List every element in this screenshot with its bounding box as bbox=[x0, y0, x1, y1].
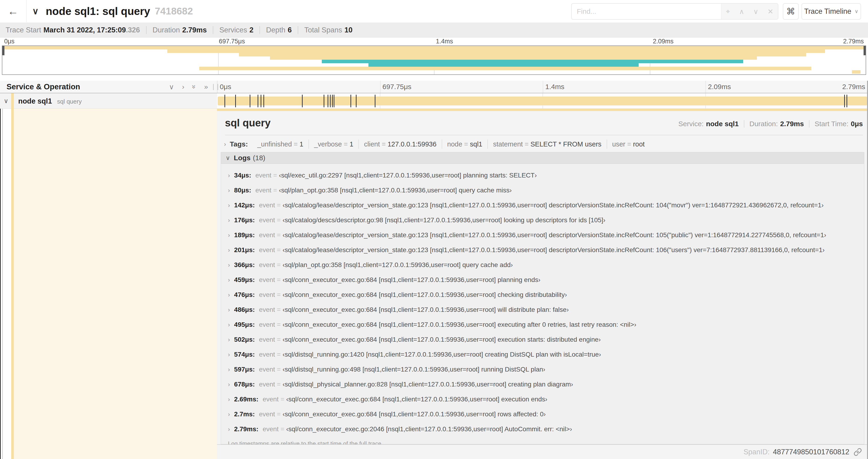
title-collapse-chevron-icon[interactable]: ∨ bbox=[32, 0, 39, 22]
minimap-tick-label: 2.09ms bbox=[653, 38, 674, 45]
start-time-value: 0μs bbox=[851, 120, 863, 128]
minimap-right-drag-handle[interactable] bbox=[864, 46, 866, 55]
indent-guide bbox=[2, 109, 3, 459]
log-marker bbox=[330, 95, 331, 107]
duration-label: Duration: bbox=[749, 120, 778, 128]
expand-all-icon[interactable]: » bbox=[204, 83, 208, 91]
log-row[interactable]: ›189μs:event=‹sql/catalog/lease/descript… bbox=[221, 228, 864, 242]
log-marker bbox=[302, 95, 303, 107]
log-equals: = bbox=[275, 306, 283, 314]
log-equals: = bbox=[275, 276, 283, 284]
log-row[interactable]: ›476μs:event=‹sql/conn_executor_exec.go:… bbox=[221, 287, 864, 302]
chevron-right-icon: › bbox=[228, 306, 230, 313]
log-field-key: event bbox=[259, 306, 275, 314]
log-field-key: event bbox=[259, 336, 275, 343]
log-row[interactable]: ›459μs:event=‹sql/conn_executor_exec.go:… bbox=[221, 272, 864, 287]
minimap-canvas[interactable] bbox=[2, 45, 866, 75]
log-row[interactable]: ›2.7ms:event=‹sql/conn_executor_exec.go:… bbox=[221, 407, 864, 422]
chevron-right-icon: › bbox=[228, 292, 230, 298]
timeline-header-row: Service & Operation ∨ › » » 0μs697.75μs1… bbox=[0, 81, 868, 93]
keyboard-shortcuts-button[interactable]: ⌘ bbox=[783, 3, 799, 20]
log-marker bbox=[260, 95, 261, 107]
timeline-tick-label: 0μs bbox=[220, 83, 231, 91]
log-row[interactable]: ›176μs:event=‹sql/catalog/descs/descript… bbox=[221, 213, 864, 228]
tag-value: root bbox=[633, 140, 645, 148]
page-title: node sql1: sql query 7418682 bbox=[46, 0, 193, 22]
log-row[interactable]: ›2.69ms:event=‹sql/conn_executor_exec.go… bbox=[221, 392, 864, 407]
tag-item[interactable]: _unfinished=1 bbox=[252, 139, 308, 149]
log-equals: = bbox=[275, 246, 283, 254]
log-timestamp: 2.7ms: bbox=[234, 411, 255, 418]
log-timestamp: 34μs: bbox=[234, 172, 251, 179]
span-id-footer: SpanID: 4877749850101760812 bbox=[217, 444, 868, 459]
log-field-value: ‹sql/catalog/descs/descriptor.go:98 [nsq… bbox=[283, 217, 606, 224]
span-row-timeline-cell[interactable] bbox=[217, 93, 868, 109]
log-marker bbox=[356, 95, 356, 107]
stat-value: 6 bbox=[288, 26, 292, 34]
trace-stat: Trace StartMarch 31 2022, 17:25:09.326 bbox=[6, 26, 140, 34]
log-row[interactable]: ›597μs:event=‹sql/distsql_running.go:498… bbox=[221, 362, 864, 377]
back-button[interactable]: ← bbox=[0, 0, 27, 22]
log-row[interactable]: ›574μs:event=‹sql/distsql_running.go:142… bbox=[221, 347, 864, 362]
minimap-span bbox=[199, 67, 811, 70]
log-row[interactable]: ›678μs:event=‹sql/distsql_physical_plann… bbox=[221, 377, 864, 392]
span-duration-bar[interactable] bbox=[218, 97, 867, 105]
chevron-right-icon: › bbox=[228, 396, 230, 403]
focus-match-icon[interactable]: ⌖ bbox=[726, 7, 730, 15]
find-input[interactable] bbox=[572, 4, 721, 19]
log-field-value: ‹sql/conn_executor_exec.go:684 [nsql1,cl… bbox=[283, 336, 601, 343]
vertical-scrollbar[interactable] bbox=[867, 81, 868, 459]
log-field-value: ‹sql/distsql_physical_planner.go:828 [ns… bbox=[283, 381, 573, 388]
log-timestamp: 2.79ms: bbox=[234, 425, 258, 433]
stat-label: Depth bbox=[266, 26, 285, 34]
detail-divider bbox=[225, 135, 863, 135]
tag-item[interactable]: statement=SELECT * FROM users bbox=[488, 139, 607, 149]
log-row[interactable]: ›34μs:event=‹sql/exec_util.go:2297 [nsql… bbox=[221, 168, 864, 183]
log-field-value: ‹sql/distsql_running.go:498 [nsql1,clien… bbox=[283, 366, 545, 373]
log-row[interactable]: ›502μs:event=‹sql/conn_executor_exec.go:… bbox=[221, 332, 864, 347]
tag-item[interactable]: user=root bbox=[607, 139, 650, 149]
next-match-icon[interactable]: ∨ bbox=[753, 7, 758, 15]
stat-value: March 31 2022, 17:25:09 bbox=[43, 26, 126, 34]
prev-match-icon[interactable]: ∧ bbox=[739, 7, 744, 15]
minimap-left-drag-handle[interactable] bbox=[2, 46, 4, 55]
collapse-one-icon[interactable]: ∨ bbox=[169, 83, 174, 91]
clear-find-icon[interactable]: ✕ bbox=[768, 7, 773, 15]
log-timestamp: 574μs: bbox=[234, 351, 255, 358]
log-field-value: ‹sql/conn_executor_exec.go:2046 [nsql1,c… bbox=[286, 425, 572, 433]
log-marker bbox=[235, 95, 236, 107]
tag-value: 1 bbox=[349, 140, 353, 148]
log-timestamp: 176μs: bbox=[234, 217, 255, 224]
logs-accordion-header[interactable]: ∨ Logs (18) bbox=[221, 152, 864, 164]
collapse-all-icon[interactable]: » bbox=[190, 85, 198, 89]
minimap-span bbox=[239, 53, 806, 57]
link-icon[interactable] bbox=[854, 448, 862, 456]
log-row[interactable]: ›142μs:event=‹sql/catalog/lease/descript… bbox=[221, 198, 864, 213]
view-selector-button[interactable]: Trace Timeline ∨ bbox=[802, 3, 861, 20]
log-row[interactable]: ›495μs:event=‹sql/conn_executor_exec.go:… bbox=[221, 317, 864, 332]
log-row[interactable]: ›366μs:event=‹sql/plan_opt.go:358 [nsql1… bbox=[221, 258, 864, 272]
log-row[interactable]: ›2.79ms:event=‹sql/conn_executor_exec.go… bbox=[221, 422, 864, 437]
tags-accordion[interactable]: › Tags: _unfinished=1_verbose=1client=12… bbox=[224, 138, 863, 150]
log-row[interactable]: ›486μs:event=‹sql/conn_executor_exec.go:… bbox=[221, 302, 864, 317]
log-equals: = bbox=[275, 381, 283, 388]
log-equals: = bbox=[275, 411, 283, 418]
span-row-name-cell[interactable]: ∨ node sql1 sql query bbox=[0, 93, 217, 109]
timeline-tick-label: 1.4ms bbox=[545, 83, 564, 91]
log-marker bbox=[257, 95, 258, 107]
log-marker bbox=[846, 95, 847, 107]
log-row[interactable]: ›80μs:event=‹sql/plan_opt.go:358 [nsql1,… bbox=[221, 183, 864, 198]
tag-value: 127.0.0.1:59936 bbox=[388, 140, 437, 148]
tag-item[interactable]: _verbose=1 bbox=[308, 139, 359, 149]
expand-one-icon[interactable]: › bbox=[182, 83, 184, 91]
chevron-right-icon: › bbox=[228, 247, 230, 254]
log-row[interactable]: ›201μs:event=‹sql/catalog/lease/descript… bbox=[221, 242, 864, 258]
span-collapse-chevron-icon[interactable]: ∨ bbox=[4, 93, 8, 109]
tag-item[interactable]: node=sql1 bbox=[442, 139, 488, 149]
stat-value: 2 bbox=[249, 26, 253, 34]
tag-key: client bbox=[364, 140, 380, 148]
trace-stat: Total Spans10 bbox=[304, 26, 352, 34]
tag-item[interactable]: client=127.0.0.1:59936 bbox=[359, 139, 441, 149]
log-marker bbox=[224, 95, 225, 107]
trace-stats-bar: Trace StartMarch 31 2022, 17:25:09.326Du… bbox=[0, 23, 868, 38]
